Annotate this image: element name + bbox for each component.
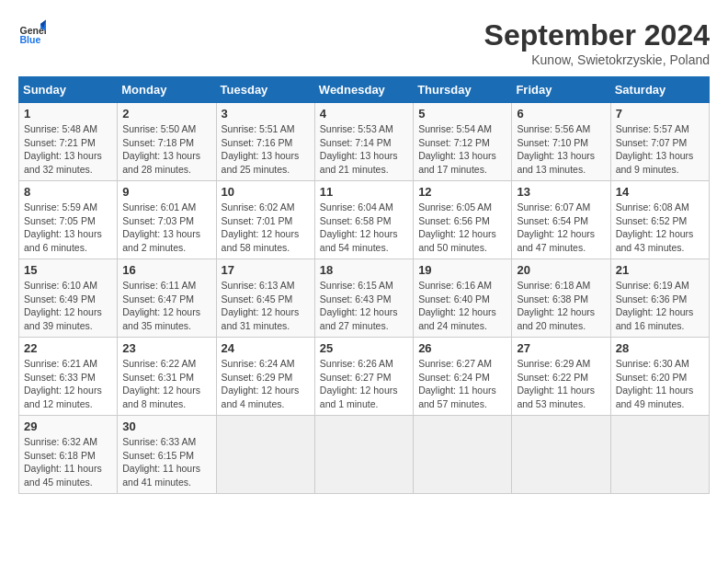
calendar-cell — [512, 416, 610, 494]
page-header: General Blue September 2024 Kunow, Swiet… — [18, 18, 710, 67]
location: Kunow, Swietokrzyskie, Poland — [484, 52, 710, 67]
calendar-week-3: 15Sunrise: 6:10 AM Sunset: 6:49 PM Dayli… — [19, 259, 710, 338]
month-title: September 2024 — [484, 18, 710, 52]
day-number: 14 — [616, 185, 704, 199]
logo-icon: General Blue — [18, 18, 46, 46]
calendar-cell — [610, 416, 709, 494]
day-info: Sunrise: 6:32 AM Sunset: 6:18 PM Dayligh… — [24, 435, 112, 489]
day-info: Sunrise: 6:16 AM Sunset: 6:40 PM Dayligh… — [418, 279, 506, 333]
day-info: Sunrise: 6:29 AM Sunset: 6:22 PM Dayligh… — [517, 357, 605, 411]
calendar-cell: 18Sunrise: 6:15 AM Sunset: 6:43 PM Dayli… — [314, 259, 413, 338]
calendar-cell — [414, 416, 512, 494]
day-number: 18 — [320, 263, 408, 277]
day-number: 25 — [320, 341, 408, 355]
calendar-cell: 11Sunrise: 6:04 AM Sunset: 6:58 PM Dayli… — [314, 181, 413, 259]
calendar-cell: 17Sunrise: 6:13 AM Sunset: 6:45 PM Dayli… — [216, 259, 314, 338]
title-section: September 2024 Kunow, Swietokrzyskie, Po… — [484, 18, 710, 67]
day-info: Sunrise: 6:21 AM Sunset: 6:33 PM Dayligh… — [24, 357, 112, 411]
calendar-cell: 14Sunrise: 6:08 AM Sunset: 6:52 PM Dayli… — [610, 181, 709, 259]
calendar-cell: 22Sunrise: 6:21 AM Sunset: 6:33 PM Dayli… — [19, 338, 118, 416]
calendar-week-5: 29Sunrise: 6:32 AM Sunset: 6:18 PM Dayli… — [19, 416, 710, 494]
day-number: 1 — [24, 107, 112, 121]
calendar-week-1: 1Sunrise: 5:48 AM Sunset: 7:21 PM Daylig… — [19, 103, 710, 181]
calendar-cell: 29Sunrise: 6:32 AM Sunset: 6:18 PM Dayli… — [19, 416, 118, 494]
day-info: Sunrise: 6:01 AM Sunset: 7:03 PM Dayligh… — [122, 201, 210, 255]
day-header-tuesday: Tuesday — [216, 77, 314, 103]
day-info: Sunrise: 5:56 AM Sunset: 7:10 PM Dayligh… — [517, 122, 605, 177]
calendar-cell: 27Sunrise: 6:29 AM Sunset: 6:22 PM Dayli… — [512, 338, 610, 416]
day-number: 13 — [517, 185, 605, 199]
day-number: 29 — [24, 419, 112, 433]
calendar-cell: 16Sunrise: 6:11 AM Sunset: 6:47 PM Dayli… — [118, 259, 216, 338]
calendar-cell — [216, 416, 314, 494]
day-info: Sunrise: 6:26 AM Sunset: 6:27 PM Dayligh… — [320, 357, 408, 411]
day-info: Sunrise: 6:08 AM Sunset: 6:52 PM Dayligh… — [616, 201, 704, 255]
calendar-cell — [314, 416, 413, 494]
day-number: 19 — [418, 263, 506, 277]
day-number: 17 — [222, 263, 310, 277]
day-header-friday: Friday — [512, 77, 610, 103]
calendar-week-4: 22Sunrise: 6:21 AM Sunset: 6:33 PM Dayli… — [19, 338, 710, 416]
svg-text:Blue: Blue — [20, 34, 41, 45]
day-header-saturday: Saturday — [610, 77, 709, 103]
calendar-cell: 8Sunrise: 5:59 AM Sunset: 7:05 PM Daylig… — [19, 181, 118, 259]
day-number: 3 — [222, 107, 310, 121]
calendar-cell: 7Sunrise: 5:57 AM Sunset: 7:07 PM Daylig… — [610, 103, 709, 181]
day-info: Sunrise: 5:54 AM Sunset: 7:12 PM Dayligh… — [418, 122, 506, 177]
calendar-cell: 21Sunrise: 6:19 AM Sunset: 6:36 PM Dayli… — [610, 259, 709, 338]
calendar-cell: 4Sunrise: 5:53 AM Sunset: 7:14 PM Daylig… — [314, 103, 413, 181]
day-header-thursday: Thursday — [414, 77, 512, 103]
day-info: Sunrise: 6:30 AM Sunset: 6:20 PM Dayligh… — [616, 357, 704, 411]
day-number: 23 — [122, 341, 210, 355]
day-number: 28 — [616, 341, 704, 355]
calendar-cell: 24Sunrise: 6:24 AM Sunset: 6:29 PM Dayli… — [216, 338, 314, 416]
day-info: Sunrise: 6:22 AM Sunset: 6:31 PM Dayligh… — [122, 357, 210, 411]
day-header-sunday: Sunday — [19, 77, 118, 103]
day-number: 5 — [418, 107, 506, 121]
day-number: 8 — [24, 185, 112, 199]
calendar-cell: 20Sunrise: 6:18 AM Sunset: 6:38 PM Dayli… — [512, 259, 610, 338]
day-info: Sunrise: 6:33 AM Sunset: 6:15 PM Dayligh… — [122, 435, 210, 489]
calendar-cell: 19Sunrise: 6:16 AM Sunset: 6:40 PM Dayli… — [414, 259, 512, 338]
logo: General Blue — [18, 18, 46, 46]
day-number: 16 — [122, 263, 210, 277]
day-number: 7 — [616, 107, 704, 121]
calendar-cell: 12Sunrise: 6:05 AM Sunset: 6:56 PM Dayli… — [414, 181, 512, 259]
day-info: Sunrise: 6:24 AM Sunset: 6:29 PM Dayligh… — [222, 357, 310, 411]
day-number: 15 — [24, 263, 112, 277]
day-info: Sunrise: 6:02 AM Sunset: 7:01 PM Dayligh… — [222, 201, 310, 255]
calendar-cell: 25Sunrise: 6:26 AM Sunset: 6:27 PM Dayli… — [314, 338, 413, 416]
day-number: 4 — [320, 107, 408, 121]
calendar-header-row: SundayMondayTuesdayWednesdayThursdayFrid… — [19, 77, 710, 103]
day-info: Sunrise: 5:59 AM Sunset: 7:05 PM Dayligh… — [24, 201, 112, 255]
calendar-cell: 26Sunrise: 6:27 AM Sunset: 6:24 PM Dayli… — [414, 338, 512, 416]
calendar-cell: 13Sunrise: 6:07 AM Sunset: 6:54 PM Dayli… — [512, 181, 610, 259]
day-number: 26 — [418, 341, 506, 355]
day-info: Sunrise: 6:19 AM Sunset: 6:36 PM Dayligh… — [616, 279, 704, 333]
calendar-cell: 1Sunrise: 5:48 AM Sunset: 7:21 PM Daylig… — [19, 103, 118, 181]
day-number: 2 — [122, 107, 210, 121]
day-info: Sunrise: 6:11 AM Sunset: 6:47 PM Dayligh… — [122, 279, 210, 333]
day-number: 30 — [122, 419, 210, 433]
calendar-cell: 28Sunrise: 6:30 AM Sunset: 6:20 PM Dayli… — [610, 338, 709, 416]
calendar-cell: 3Sunrise: 5:51 AM Sunset: 7:16 PM Daylig… — [216, 103, 314, 181]
day-info: Sunrise: 6:27 AM Sunset: 6:24 PM Dayligh… — [418, 357, 506, 411]
day-info: Sunrise: 5:53 AM Sunset: 7:14 PM Dayligh… — [320, 122, 408, 177]
day-number: 24 — [222, 341, 310, 355]
day-info: Sunrise: 6:18 AM Sunset: 6:38 PM Dayligh… — [517, 279, 605, 333]
day-info: Sunrise: 6:04 AM Sunset: 6:58 PM Dayligh… — [320, 201, 408, 255]
day-info: Sunrise: 6:15 AM Sunset: 6:43 PM Dayligh… — [320, 279, 408, 333]
calendar-cell: 15Sunrise: 6:10 AM Sunset: 6:49 PM Dayli… — [19, 259, 118, 338]
calendar: SundayMondayTuesdayWednesdayThursdayFrid… — [18, 76, 710, 494]
calendar-cell: 9Sunrise: 6:01 AM Sunset: 7:03 PM Daylig… — [118, 181, 216, 259]
calendar-cell: 10Sunrise: 6:02 AM Sunset: 7:01 PM Dayli… — [216, 181, 314, 259]
day-info: Sunrise: 5:57 AM Sunset: 7:07 PM Dayligh… — [616, 122, 704, 177]
day-header-wednesday: Wednesday — [314, 77, 413, 103]
day-number: 6 — [517, 107, 605, 121]
day-number: 22 — [24, 341, 112, 355]
day-info: Sunrise: 6:05 AM Sunset: 6:56 PM Dayligh… — [418, 201, 506, 255]
day-number: 20 — [517, 263, 605, 277]
calendar-cell: 2Sunrise: 5:50 AM Sunset: 7:18 PM Daylig… — [118, 103, 216, 181]
calendar-week-2: 8Sunrise: 5:59 AM Sunset: 7:05 PM Daylig… — [19, 181, 710, 259]
day-info: Sunrise: 5:50 AM Sunset: 7:18 PM Dayligh… — [122, 122, 210, 177]
